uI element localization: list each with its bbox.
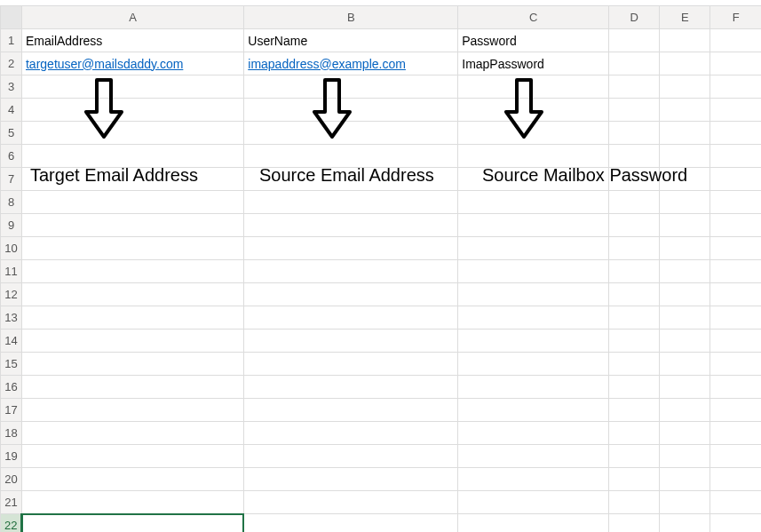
- cell-E5[interactable]: [660, 122, 710, 145]
- row-header-19[interactable]: 19: [1, 445, 22, 468]
- col-header-F[interactable]: F: [710, 6, 761, 29]
- row-header-6[interactable]: 6: [1, 145, 22, 168]
- cell-A16[interactable]: [21, 376, 243, 399]
- row-header-9[interactable]: 9: [1, 214, 22, 237]
- cell-C20[interactable]: [458, 468, 609, 491]
- cell-A14[interactable]: [21, 330, 243, 353]
- cell-E9[interactable]: [660, 214, 710, 237]
- cell-E2[interactable]: [660, 52, 710, 75]
- row-header-11[interactable]: 11: [1, 260, 22, 283]
- cell-F2[interactable]: [710, 52, 761, 75]
- cell-B16[interactable]: [244, 376, 458, 399]
- col-header-B[interactable]: B: [244, 6, 458, 29]
- row-header-21[interactable]: 21: [1, 491, 22, 514]
- cell-D9[interactable]: [609, 214, 660, 237]
- cell-F10[interactable]: [710, 237, 761, 260]
- cell-A7[interactable]: [21, 168, 243, 191]
- cell-B12[interactable]: [244, 283, 458, 306]
- cell-B17[interactable]: [244, 399, 458, 422]
- cell-E16[interactable]: [660, 376, 710, 399]
- cell-F19[interactable]: [710, 445, 761, 468]
- cell-D2[interactable]: [609, 52, 660, 75]
- row-header-4[interactable]: 4: [1, 99, 22, 122]
- cell-D19[interactable]: [609, 445, 660, 468]
- cell-F1[interactable]: [710, 29, 761, 52]
- cell-C18[interactable]: [458, 422, 609, 445]
- cell-B11[interactable]: [244, 260, 458, 283]
- cell-A3[interactable]: [21, 75, 243, 99]
- cell-D21[interactable]: [609, 491, 660, 514]
- row-header-15[interactable]: 15: [1, 353, 22, 376]
- cell-C21[interactable]: [458, 491, 609, 514]
- cell-A4[interactable]: [21, 99, 243, 122]
- cell-F13[interactable]: [710, 306, 761, 330]
- cell-E15[interactable]: [660, 353, 710, 376]
- cell-A17[interactable]: [21, 399, 243, 422]
- cell-E22[interactable]: [660, 514, 710, 533]
- cell-E19[interactable]: [660, 445, 710, 468]
- cell-D14[interactable]: [609, 330, 660, 353]
- cell-D10[interactable]: [609, 237, 660, 260]
- cell-C17[interactable]: [458, 399, 609, 422]
- cell-A8[interactable]: [21, 191, 243, 214]
- cell-E11[interactable]: [660, 260, 710, 283]
- cell-F5[interactable]: [710, 122, 761, 145]
- cell-A18[interactable]: [21, 422, 243, 445]
- cell-A20[interactable]: [21, 468, 243, 491]
- row-header-14[interactable]: 14: [1, 330, 22, 353]
- cell-B7[interactable]: [244, 168, 458, 191]
- cell-F11[interactable]: [710, 260, 761, 283]
- cell-C15[interactable]: [458, 353, 609, 376]
- cell-B20[interactable]: [244, 468, 458, 491]
- cell-C19[interactable]: [458, 445, 609, 468]
- cell-A21[interactable]: [21, 491, 243, 514]
- cell-F4[interactable]: [710, 99, 761, 122]
- row-header-17[interactable]: 17: [1, 399, 22, 422]
- cell-C6[interactable]: [458, 145, 609, 168]
- cell-D1[interactable]: [609, 29, 660, 52]
- cell-A5[interactable]: [21, 122, 243, 145]
- cell-F6[interactable]: [710, 145, 761, 168]
- row-header-1[interactable]: 1: [1, 29, 22, 52]
- cell-B21[interactable]: [244, 491, 458, 514]
- cell-A12[interactable]: [21, 283, 243, 306]
- cell-E7[interactable]: [660, 168, 710, 191]
- cell-B19[interactable]: [244, 445, 458, 468]
- cell-B18[interactable]: [244, 422, 458, 445]
- cell-F8[interactable]: [710, 191, 761, 214]
- cell-E13[interactable]: [660, 306, 710, 330]
- cell-A2[interactable]: targetuser@mailsdaddy.com: [21, 52, 243, 75]
- cell-C9[interactable]: [458, 214, 609, 237]
- cell-F15[interactable]: [710, 353, 761, 376]
- cell-C1[interactable]: Password: [458, 29, 609, 52]
- cell-F9[interactable]: [710, 214, 761, 237]
- row-header-10[interactable]: 10: [1, 237, 22, 260]
- cell-D3[interactable]: [609, 75, 660, 99]
- spreadsheet-grid[interactable]: A B C D E F 1 EmailAddress UserName Pass…: [0, 5, 761, 532]
- row-header-12[interactable]: 12: [1, 283, 22, 306]
- row-header-8[interactable]: 8: [1, 191, 22, 214]
- row-header-13[interactable]: 13: [1, 306, 22, 330]
- cell-D22[interactable]: [609, 514, 660, 533]
- row-header-2[interactable]: 2: [1, 52, 22, 75]
- cell-E21[interactable]: [660, 491, 710, 514]
- cell-E18[interactable]: [660, 422, 710, 445]
- cell-C13[interactable]: [458, 306, 609, 330]
- cell-B6[interactable]: [244, 145, 458, 168]
- row-header-5[interactable]: 5: [1, 122, 22, 145]
- col-header-C[interactable]: C: [458, 6, 609, 29]
- cell-B13[interactable]: [244, 306, 458, 330]
- cell-D11[interactable]: [609, 260, 660, 283]
- row-header-3[interactable]: 3: [1, 75, 22, 99]
- row-header-18[interactable]: 18: [1, 422, 22, 445]
- cell-C2[interactable]: ImapPassword: [458, 52, 609, 75]
- cell-A9[interactable]: [21, 214, 243, 237]
- cell-B22[interactable]: [244, 514, 458, 533]
- cell-F21[interactable]: [710, 491, 761, 514]
- cell-F20[interactable]: [710, 468, 761, 491]
- cell-A10[interactable]: [21, 237, 243, 260]
- col-header-A[interactable]: A: [21, 6, 243, 29]
- cell-D12[interactable]: [609, 283, 660, 306]
- cell-C8[interactable]: [458, 191, 609, 214]
- cell-D17[interactable]: [609, 399, 660, 422]
